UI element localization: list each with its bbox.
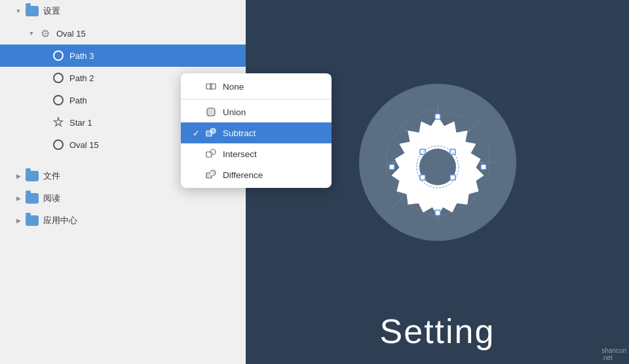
difference-label: Difference — [223, 170, 263, 180]
boolean-operations-dropdown: None Union ✓ Subtract — [181, 73, 332, 188]
setting-label: Setting — [380, 312, 495, 351]
oval-path2-icon — [51, 71, 66, 85]
settings-folder-item[interactable]: 设置 — [0, 0, 246, 22]
files-folder-icon — [25, 169, 39, 183]
intersect-op-icon — [204, 147, 218, 160]
appstore-folder-item[interactable]: 应用中心 — [0, 209, 246, 232]
svg-rect-18 — [435, 210, 440, 215]
expand-arrow — [13, 6, 24, 16]
appstore-folder-icon — [25, 213, 39, 228]
star1-icon — [51, 115, 66, 130]
expand-arrow — [26, 28, 37, 39]
spacer — [39, 50, 50, 61]
menu-item-subtract[interactable]: ✓ Subtract — [181, 122, 332, 143]
union-label: Union — [223, 107, 246, 117]
none-op-icon — [204, 80, 218, 93]
spacer — [39, 95, 50, 105]
gear-icon: ⚙ — [38, 26, 52, 41]
gear-circle-bg — [359, 84, 516, 241]
layer-panel: 设置 ⚙ Oval 15 Path 3 Path 2 Path — [0, 0, 246, 364]
none-label: None — [223, 82, 244, 92]
svg-rect-19 — [389, 164, 394, 170]
read-folder-label: 阅读 — [43, 192, 240, 204]
path3-label: Path 3 — [69, 51, 240, 61]
watermark: shancun.net — [601, 347, 626, 361]
menu-item-none[interactable]: None — [181, 76, 332, 97]
menu-item-intersect[interactable]: Intersect — [181, 143, 332, 164]
expand-arrow — [13, 193, 24, 204]
read-folder-item[interactable]: 阅读 — [0, 187, 246, 209]
oval15-group-label: Oval 15 — [56, 29, 240, 39]
menu-item-union[interactable]: Union — [181, 101, 332, 122]
appstore-folder-label: 应用中心 — [43, 215, 240, 227]
menu-item-difference[interactable]: Difference — [181, 164, 332, 185]
settings-folder-label: 设置 — [43, 5, 240, 17]
subtract-label: Subtract — [223, 128, 256, 138]
svg-rect-21 — [420, 149, 425, 155]
intersect-label: Intersect — [223, 149, 257, 159]
folder-icon — [25, 4, 39, 18]
read-folder-icon — [25, 191, 39, 206]
gear-visual — [372, 97, 503, 228]
svg-point-5 — [210, 128, 216, 134]
menu-divider — [181, 99, 332, 100]
svg-rect-20 — [481, 164, 486, 170]
expand-arrow — [13, 215, 24, 226]
subtract-checkmark: ✓ — [190, 128, 202, 138]
oval-path-icon — [51, 93, 66, 107]
spacer — [39, 73, 50, 83]
path3-item[interactable]: Path 3 — [0, 45, 246, 67]
svg-rect-2 — [206, 84, 212, 89]
svg-rect-22 — [450, 149, 455, 155]
oval-path3-icon — [51, 48, 66, 63]
svg-rect-3 — [210, 84, 216, 89]
oval15-group-item[interactable]: ⚙ Oval 15 — [0, 22, 246, 45]
union-op-icon — [204, 105, 218, 118]
spacer — [39, 117, 50, 128]
svg-rect-17 — [435, 114, 440, 119]
spacer — [39, 139, 50, 150]
oval15-item-icon — [51, 137, 66, 152]
subtract-op-icon — [204, 126, 218, 139]
difference-op-icon — [204, 168, 218, 181]
expand-arrow — [13, 171, 24, 181]
